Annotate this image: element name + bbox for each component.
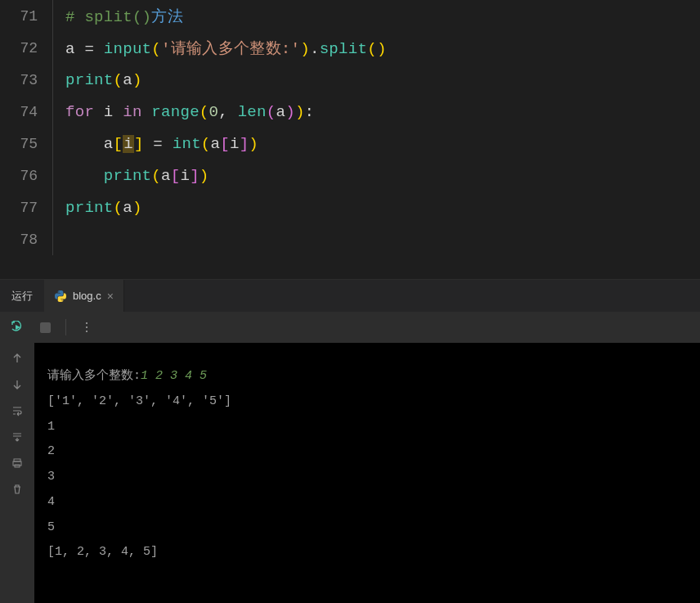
line-number: 72 xyxy=(0,40,52,56)
gutter xyxy=(52,0,61,32)
gutter xyxy=(52,64,61,96)
tab-blogc[interactable]: blog.c × xyxy=(44,280,124,312)
terminal-line: 3 xyxy=(47,465,687,490)
run-panel-label[interactable]: 运行 xyxy=(0,289,44,304)
terminal-line: 1 xyxy=(47,415,687,440)
stop-button[interactable] xyxy=(34,317,56,338)
code-editor[interactable]: 71 # split()方法 72 a = input('请输入多个整数:').… xyxy=(0,0,700,279)
line-number: 76 xyxy=(0,168,52,184)
toolbar-separator xyxy=(65,319,66,335)
soft-wrap-icon[interactable] xyxy=(10,403,25,418)
gutter xyxy=(52,128,61,160)
line-number: 74 xyxy=(0,104,52,120)
line-number: 77 xyxy=(0,200,52,216)
code-line-75[interactable]: a[i] = int(a[i]) xyxy=(61,135,258,153)
terminal-line: [1, 2, 3, 4, 5] xyxy=(47,540,687,565)
svg-point-1 xyxy=(86,322,88,324)
more-button[interactable] xyxy=(76,317,97,338)
svg-point-2 xyxy=(86,326,88,328)
svg-point-3 xyxy=(86,331,88,332)
rerun-button[interactable] xyxy=(7,317,28,338)
terminal-line: 2 xyxy=(47,439,687,465)
line-number: 75 xyxy=(0,136,52,152)
gutter xyxy=(52,191,61,223)
line-number: 71 xyxy=(0,8,52,25)
arrow-down-icon[interactable] xyxy=(10,377,25,392)
terminal-user-input: 1 2 3 4 5 xyxy=(141,369,207,383)
terminal-line: 4 xyxy=(47,490,687,515)
tab-label: blog.c xyxy=(73,290,101,302)
code-line-74[interactable]: for i in range(0, len(a)): xyxy=(61,103,314,121)
terminal-prompt-text: 请输入多个整数: xyxy=(47,369,141,383)
terminal-line: 5 xyxy=(47,515,687,541)
terminal-gutter xyxy=(0,343,34,603)
terminal-panel: 请输入多个整数:1 2 3 4 5 ['1', '2', '3', '4', '… xyxy=(0,343,700,603)
terminal-toolbar xyxy=(0,312,700,343)
arrow-up-icon[interactable] xyxy=(10,351,25,366)
panel-tab-bar: 运行 blog.c × xyxy=(0,279,700,312)
code-line-72[interactable]: a = input('请输入多个整数:').split() xyxy=(61,38,387,59)
print-icon[interactable] xyxy=(10,456,25,470)
gutter xyxy=(52,96,61,128)
code-line-76[interactable]: print(a[i]) xyxy=(61,167,209,185)
code-line-71[interactable]: # split()方法 xyxy=(61,6,183,27)
trash-icon[interactable] xyxy=(10,482,25,497)
scroll-to-end-icon[interactable] xyxy=(10,430,25,444)
gutter xyxy=(52,223,61,255)
terminal-output[interactable]: 请输入多个整数:1 2 3 4 5 ['1', '2', '3', '4', '… xyxy=(34,343,700,603)
python-icon xyxy=(54,290,67,303)
close-icon[interactable]: × xyxy=(107,290,114,303)
line-number: 78 xyxy=(0,232,52,248)
code-line-77[interactable]: print(a) xyxy=(61,199,142,217)
gutter xyxy=(52,32,61,64)
line-number: 73 xyxy=(0,72,52,88)
code-line-73[interactable]: print(a) xyxy=(61,71,142,89)
gutter xyxy=(52,160,61,191)
terminal-line: ['1', '2', '3', '4', '5'] xyxy=(47,389,687,415)
